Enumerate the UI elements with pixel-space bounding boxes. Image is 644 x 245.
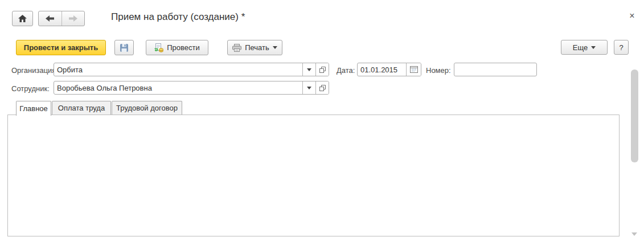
print-icon [232,44,241,52]
scroll-down-icon [631,232,637,244]
employee-label: Сотрудник: [11,84,50,93]
scroll-down-button[interactable] [631,236,638,240]
arrow-left-icon [46,15,54,22]
history-nav-group [38,11,85,26]
date-label: Дата: [337,66,355,75]
post-and-close-button[interactable]: Провести и закрыть [16,40,106,55]
home-icon [18,15,27,22]
open-form-icon [319,85,326,91]
vertical-scrollbar[interactable] [630,60,639,242]
print-label: Печать [245,43,269,52]
more-dropdown-icon [591,46,596,49]
number-input[interactable] [454,63,537,76]
page-title: Прием на работу (создание) * [111,11,245,23]
employee-dropdown-button[interactable] [302,81,315,94]
print-button[interactable]: Печать [227,40,282,55]
save-icon [120,43,129,52]
print-dropdown-icon [273,46,277,49]
help-label: ? [619,43,623,52]
scrollbar-thumb[interactable] [631,70,638,162]
employee-field [54,81,329,95]
more-label: Еще [573,43,588,52]
help-button[interactable]: ? [614,40,629,55]
save-button[interactable] [114,40,134,55]
post-document-icon [154,43,163,52]
home-button[interactable] [12,11,33,26]
employee-input[interactable] [54,81,302,94]
post-label: Провести [167,43,200,52]
arrow-right-icon [69,15,77,22]
chevron-down-icon [307,68,311,71]
number-label: Номер: [426,66,451,75]
organization-label: Организация: [11,66,58,75]
chevron-down-icon [307,87,311,89]
open-form-icon [319,67,326,73]
date-field [357,63,421,76]
tab-salary[interactable]: Оплата труда [52,101,111,115]
tab-salary-label: Оплата труда [58,104,105,112]
hiring-form-window: Прием на работу (создание) * × Провести … [0,0,644,245]
organization-dropdown-button[interactable] [302,63,315,76]
close-icon[interactable]: × [626,10,638,22]
post-button[interactable]: Провести [146,40,208,55]
organization-field [54,63,329,76]
employee-open-button[interactable] [315,81,329,94]
post-and-close-label: Провести и закрыть [24,43,98,52]
tab-panel [7,115,620,236]
back-button[interactable] [39,11,61,26]
date-calendar-button[interactable] [406,63,421,76]
organization-open-button[interactable] [315,63,329,76]
date-input[interactable] [358,63,406,76]
forward-button [61,11,85,26]
tab-contract-label: Трудовой договор [116,104,178,112]
organization-input[interactable] [54,63,302,76]
scroll-up-button[interactable] [631,62,638,66]
tab-main-label: Главное [19,104,48,113]
tab-contract[interactable]: Трудовой договор [112,101,182,115]
more-button[interactable]: Еще [561,40,608,55]
calendar-icon [410,66,418,73]
tab-main[interactable]: Главное [16,101,51,116]
